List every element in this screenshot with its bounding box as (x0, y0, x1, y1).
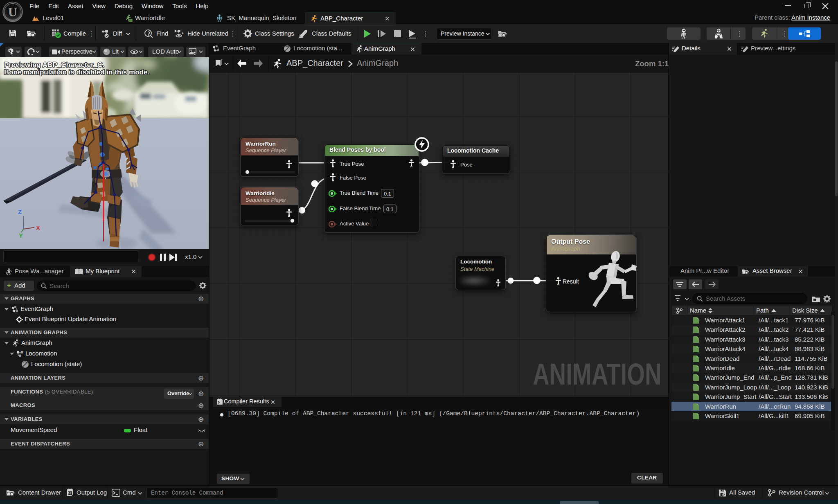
svg-text:Y: Y (19, 232, 23, 239)
svg-text:Z: Z (18, 208, 22, 215)
svg-text:Previewing ABP_Character_C.: Previewing ABP_Character_C. (4, 61, 104, 69)
svg-text:X: X (36, 224, 40, 231)
svg-text:Bone manipulation is disabled: Bone manipulation is disabled in this mo… (4, 68, 149, 76)
svg-text:U: U (8, 5, 17, 19)
